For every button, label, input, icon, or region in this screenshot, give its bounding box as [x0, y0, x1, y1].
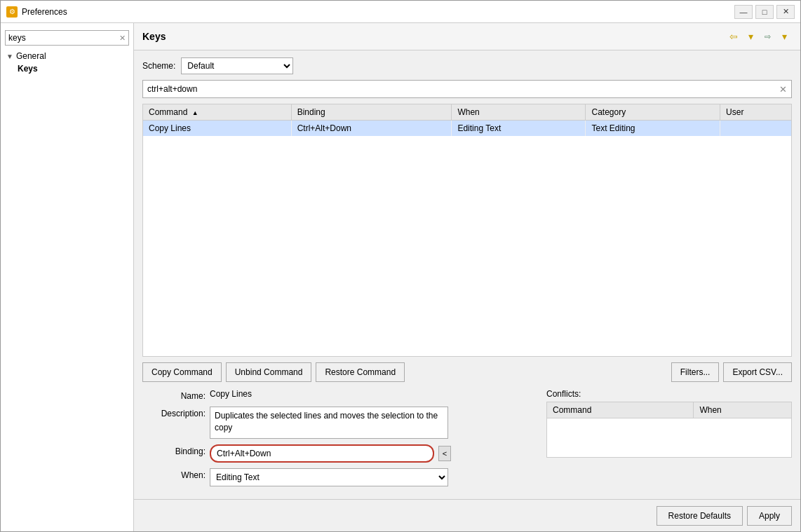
detail-binding-row: Binding: <: [142, 444, 538, 463]
close-button[interactable]: ✕: [776, 5, 795, 19]
sort-arrow-command: ▲: [192, 109, 198, 116]
when-select[interactable]: Editing Text: [210, 468, 448, 486]
detail-name-row: Name: Copy Lines: [142, 389, 538, 401]
clear-search-icon[interactable]: ✕: [119, 34, 126, 43]
conflicts-table: Command When: [547, 402, 791, 418]
scheme-row: Scheme: Default: [142, 57, 792, 74]
app-icon: ⚙: [6, 6, 18, 18]
sidebar-search-input[interactable]: [8, 33, 119, 43]
panel-header: Keys ⇦ ▾ ⇨ ▾: [134, 23, 800, 50]
sidebar-search-box[interactable]: ✕: [5, 30, 129, 46]
filters-button[interactable]: Filters...: [671, 362, 720, 382]
minimize-button[interactable]: —: [734, 5, 753, 19]
bindings-table-container: Command ▲ Binding When Cat: [142, 104, 792, 357]
nav-back-button[interactable]: ⇦: [726, 29, 741, 44]
detail-desc-row: Description: Duplicates the selected lin…: [142, 407, 538, 439]
binding-label: Binding:: [142, 444, 206, 456]
copy-command-button[interactable]: Copy Command: [142, 362, 222, 382]
conflicts-table-container: Command When: [546, 402, 792, 458]
nav-dropdown-button[interactable]: ▾: [743, 29, 758, 44]
restore-defaults-button[interactable]: Restore Defaults: [657, 506, 743, 526]
cell-category: Text Editing: [586, 121, 720, 137]
window-controls: — □ ✕: [734, 5, 795, 19]
nav-forward-button[interactable]: ⇨: [760, 29, 775, 44]
title-bar: ⚙ Preferences — □ ✕: [1, 1, 800, 23]
binding-input-row: <: [210, 444, 451, 463]
panel-body: Scheme: Default ✕: [134, 50, 800, 499]
restore-command-button[interactable]: Restore Command: [316, 362, 405, 382]
window-title: Preferences: [22, 7, 734, 17]
detail-when-row: When: Editing Text: [142, 468, 538, 486]
filter-search-box[interactable]: ✕: [142, 80, 792, 98]
details-area: Name: Copy Lines Description: Duplicates…: [142, 389, 792, 492]
action-buttons-row: Copy Command Unbind Command Restore Comm…: [142, 362, 792, 382]
cell-binding: Ctrl+Alt+Down: [291, 121, 452, 137]
cell-user: [720, 121, 791, 137]
binding-input[interactable]: [210, 444, 434, 463]
desc-value: Duplicates the selected lines and moves …: [210, 407, 448, 439]
col-binding[interactable]: Binding: [291, 104, 452, 121]
conflicts-col-when[interactable]: When: [694, 402, 791, 418]
sidebar-item-keys[interactable]: Keys: [1, 62, 133, 75]
col-command[interactable]: Command ▲: [143, 104, 291, 121]
cell-when: Editing Text: [452, 121, 586, 137]
details-left: Name: Copy Lines Description: Duplicates…: [142, 389, 538, 492]
table-row[interactable]: Copy Lines Ctrl+Alt+Down Editing Text Te…: [143, 121, 791, 137]
nav-forward-dropdown-button[interactable]: ▾: [776, 29, 792, 44]
export-csv-button[interactable]: Export CSV...: [723, 362, 792, 382]
conflicts-panel: Conflicts: Command When: [546, 389, 792, 492]
table-header-row: Command ▲ Binding When Cat: [143, 104, 791, 121]
preferences-window: ⚙ Preferences — □ ✕ ✕ ▼ General Keys: [0, 0, 801, 532]
conflicts-label: Conflicts:: [546, 389, 792, 399]
filter-search-input[interactable]: [147, 84, 779, 94]
expand-icon: ▼: [6, 53, 13, 60]
apply-button[interactable]: Apply: [747, 506, 792, 526]
cell-command: Copy Lines: [143, 121, 291, 137]
maximize-button[interactable]: □: [755, 5, 774, 19]
right-panel: Keys ⇦ ▾ ⇨ ▾ Scheme: Default: [134, 23, 800, 531]
col-when[interactable]: When: [452, 104, 586, 121]
name-value: Copy Lines: [210, 389, 252, 399]
bottom-bar: Restore Defaults Apply: [134, 499, 800, 531]
conflicts-col-command[interactable]: Command: [547, 402, 694, 418]
col-user[interactable]: User: [720, 104, 791, 121]
name-label: Name:: [142, 389, 206, 401]
scheme-select[interactable]: Default: [181, 57, 293, 74]
sidebar-item-general[interactable]: ▼ General: [1, 50, 133, 62]
col-category[interactable]: Category: [586, 104, 720, 121]
main-content: ✕ ▼ General Keys Keys ⇦ ▾ ⇨ ▾: [1, 23, 800, 531]
conflicts-header-row: Command When: [547, 402, 791, 418]
nav-buttons: ⇦ ▾ ⇨ ▾: [726, 29, 792, 44]
desc-label: Description:: [142, 407, 206, 418]
sidebar: ✕ ▼ General Keys: [1, 23, 134, 531]
sidebar-item-keys-label: Keys: [18, 64, 38, 74]
sidebar-item-general-label: General: [16, 51, 46, 61]
search-clear-icon[interactable]: ✕: [779, 84, 787, 95]
when-label: When:: [142, 468, 206, 480]
bindings-table: Command ▲ Binding When Cat: [143, 104, 791, 136]
binding-arrow-button[interactable]: <: [438, 446, 451, 461]
scheme-label: Scheme:: [142, 61, 175, 71]
unbind-command-button[interactable]: Unbind Command: [226, 362, 312, 382]
panel-title: Keys: [142, 31, 166, 42]
